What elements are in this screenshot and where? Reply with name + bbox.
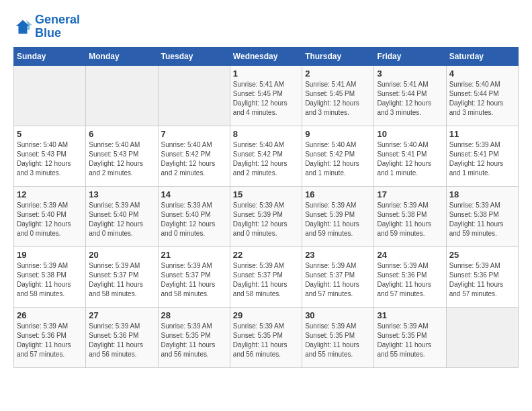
calendar-cell: 6Sunrise: 5:40 AM Sunset: 5:43 PM Daylig… (86, 126, 158, 186)
day-number: 24 (377, 250, 443, 260)
page-header: General Blue (13, 13, 519, 40)
day-number: 21 (161, 250, 227, 260)
weekday-header-cell: Thursday (302, 47, 374, 65)
calendar-cell: 5Sunrise: 5:40 AM Sunset: 5:43 PM Daylig… (14, 126, 86, 186)
day-number: 28 (161, 310, 227, 320)
calendar-cell: 3Sunrise: 5:41 AM Sunset: 5:44 PM Daylig… (374, 65, 446, 126)
day-number: 16 (305, 189, 371, 199)
calendar-cell: 9Sunrise: 5:40 AM Sunset: 5:42 PM Daylig… (302, 126, 374, 186)
calendar-cell (14, 65, 86, 126)
day-number: 17 (377, 189, 443, 199)
day-info: Sunrise: 5:39 AM Sunset: 5:37 PM Dayligh… (161, 261, 227, 299)
day-info: Sunrise: 5:40 AM Sunset: 5:44 PM Dayligh… (449, 80, 515, 118)
day-number: 15 (233, 189, 299, 199)
day-info: Sunrise: 5:39 AM Sunset: 5:35 PM Dayligh… (377, 322, 443, 359)
day-number: 23 (305, 250, 371, 260)
calendar-cell: 7Sunrise: 5:40 AM Sunset: 5:42 PM Daylig… (158, 126, 230, 186)
day-number: 20 (89, 250, 154, 260)
calendar-cell: 2Sunrise: 5:41 AM Sunset: 5:45 PM Daylig… (302, 65, 374, 126)
weekday-header-cell: Wednesday (230, 47, 302, 65)
calendar-table: SundayMondayTuesdayWednesdayThursdayFrid… (13, 47, 519, 368)
day-info: Sunrise: 5:40 AM Sunset: 5:43 PM Dayligh… (89, 140, 154, 178)
day-info: Sunrise: 5:40 AM Sunset: 5:41 PM Dayligh… (377, 140, 443, 178)
calendar-cell: 27Sunrise: 5:39 AM Sunset: 5:36 PM Dayli… (86, 307, 158, 367)
calendar-cell: 31Sunrise: 5:39 AM Sunset: 5:35 PM Dayli… (374, 307, 446, 367)
day-info: Sunrise: 5:39 AM Sunset: 5:35 PM Dayligh… (233, 322, 299, 359)
calendar-cell: 18Sunrise: 5:39 AM Sunset: 5:38 PM Dayli… (446, 186, 518, 246)
calendar-cell: 29Sunrise: 5:39 AM Sunset: 5:35 PM Dayli… (230, 307, 302, 367)
calendar-cell: 28Sunrise: 5:39 AM Sunset: 5:35 PM Dayli… (158, 307, 230, 367)
calendar-cell: 16Sunrise: 5:39 AM Sunset: 5:39 PM Dayli… (302, 186, 374, 246)
day-info: Sunrise: 5:39 AM Sunset: 5:38 PM Dayligh… (449, 201, 515, 238)
weekday-header-cell: Friday (374, 47, 446, 65)
day-number: 12 (17, 189, 83, 199)
calendar-cell: 13Sunrise: 5:39 AM Sunset: 5:40 PM Dayli… (86, 186, 158, 246)
calendar-cell: 22Sunrise: 5:39 AM Sunset: 5:37 PM Dayli… (230, 246, 302, 307)
day-number: 13 (89, 189, 154, 199)
day-info: Sunrise: 5:39 AM Sunset: 5:35 PM Dayligh… (305, 322, 371, 359)
day-number: 14 (161, 189, 227, 199)
day-info: Sunrise: 5:41 AM Sunset: 5:45 PM Dayligh… (233, 80, 299, 118)
day-info: Sunrise: 5:40 AM Sunset: 5:42 PM Dayligh… (161, 140, 227, 178)
day-number: 1 (233, 68, 299, 79)
weekday-header-cell: Sunday (14, 47, 86, 65)
weekday-header-cell: Monday (86, 47, 158, 65)
day-info: Sunrise: 5:39 AM Sunset: 5:38 PM Dayligh… (17, 261, 83, 299)
day-info: Sunrise: 5:41 AM Sunset: 5:45 PM Dayligh… (305, 80, 371, 118)
day-info: Sunrise: 5:39 AM Sunset: 5:37 PM Dayligh… (233, 261, 299, 299)
day-info: Sunrise: 5:39 AM Sunset: 5:39 PM Dayligh… (233, 201, 299, 238)
day-info: Sunrise: 5:39 AM Sunset: 5:40 PM Dayligh… (89, 201, 154, 238)
day-info: Sunrise: 5:39 AM Sunset: 5:36 PM Dayligh… (377, 261, 443, 299)
day-info: Sunrise: 5:39 AM Sunset: 5:36 PM Dayligh… (449, 261, 515, 299)
day-info: Sunrise: 5:40 AM Sunset: 5:42 PM Dayligh… (305, 140, 371, 178)
day-info: Sunrise: 5:39 AM Sunset: 5:40 PM Dayligh… (161, 201, 227, 238)
calendar-cell (446, 307, 518, 367)
day-info: Sunrise: 5:39 AM Sunset: 5:38 PM Dayligh… (377, 201, 443, 238)
day-number: 3 (377, 68, 443, 79)
logo-icon (13, 17, 32, 36)
logo-text: General Blue (35, 13, 80, 40)
day-info: Sunrise: 5:39 AM Sunset: 5:36 PM Dayligh… (89, 322, 154, 359)
calendar-cell: 4Sunrise: 5:40 AM Sunset: 5:44 PM Daylig… (446, 65, 518, 126)
calendar-cell: 14Sunrise: 5:39 AM Sunset: 5:40 PM Dayli… (158, 186, 230, 246)
day-number: 7 (161, 129, 227, 139)
day-info: Sunrise: 5:39 AM Sunset: 5:35 PM Dayligh… (161, 322, 227, 359)
calendar-cell: 10Sunrise: 5:40 AM Sunset: 5:41 PM Dayli… (374, 126, 446, 186)
calendar-week-row: 19Sunrise: 5:39 AM Sunset: 5:38 PM Dayli… (14, 246, 519, 307)
calendar-cell (86, 65, 158, 126)
calendar-week-row: 26Sunrise: 5:39 AM Sunset: 5:36 PM Dayli… (14, 307, 519, 367)
day-number: 30 (305, 310, 371, 320)
day-number: 19 (17, 250, 83, 260)
day-number: 25 (449, 250, 515, 260)
day-info: Sunrise: 5:40 AM Sunset: 5:42 PM Dayligh… (233, 140, 299, 178)
day-number: 10 (377, 129, 443, 139)
day-number: 22 (233, 250, 299, 260)
calendar-cell: 23Sunrise: 5:39 AM Sunset: 5:37 PM Dayli… (302, 246, 374, 307)
day-info: Sunrise: 5:39 AM Sunset: 5:40 PM Dayligh… (17, 201, 83, 238)
day-info: Sunrise: 5:39 AM Sunset: 5:36 PM Dayligh… (17, 322, 83, 359)
logo: General Blue (13, 13, 80, 40)
calendar-week-row: 12Sunrise: 5:39 AM Sunset: 5:40 PM Dayli… (14, 186, 519, 246)
calendar-cell: 17Sunrise: 5:39 AM Sunset: 5:38 PM Dayli… (374, 186, 446, 246)
calendar-week-row: 5Sunrise: 5:40 AM Sunset: 5:43 PM Daylig… (14, 126, 519, 186)
day-info: Sunrise: 5:41 AM Sunset: 5:44 PM Dayligh… (377, 80, 443, 118)
day-number: 2 (305, 68, 371, 79)
day-number: 29 (233, 310, 299, 320)
calendar-cell: 24Sunrise: 5:39 AM Sunset: 5:36 PM Dayli… (374, 246, 446, 307)
day-number: 6 (89, 129, 154, 139)
day-number: 5 (17, 129, 83, 139)
day-info: Sunrise: 5:39 AM Sunset: 5:41 PM Dayligh… (449, 140, 515, 178)
weekday-header-cell: Saturday (446, 47, 518, 65)
calendar-week-row: 1Sunrise: 5:41 AM Sunset: 5:45 PM Daylig… (14, 65, 519, 126)
day-info: Sunrise: 5:40 AM Sunset: 5:43 PM Dayligh… (17, 140, 83, 178)
calendar-body: 1Sunrise: 5:41 AM Sunset: 5:45 PM Daylig… (14, 65, 519, 367)
day-number: 11 (449, 129, 515, 139)
calendar-cell: 15Sunrise: 5:39 AM Sunset: 5:39 PM Dayli… (230, 186, 302, 246)
calendar-cell: 30Sunrise: 5:39 AM Sunset: 5:35 PM Dayli… (302, 307, 374, 367)
day-number: 18 (449, 189, 515, 199)
day-info: Sunrise: 5:39 AM Sunset: 5:37 PM Dayligh… (305, 261, 371, 299)
calendar-cell: 12Sunrise: 5:39 AM Sunset: 5:40 PM Dayli… (14, 186, 86, 246)
day-info: Sunrise: 5:39 AM Sunset: 5:39 PM Dayligh… (305, 201, 371, 238)
calendar-cell (158, 65, 230, 126)
calendar-cell: 25Sunrise: 5:39 AM Sunset: 5:36 PM Dayli… (446, 246, 518, 307)
